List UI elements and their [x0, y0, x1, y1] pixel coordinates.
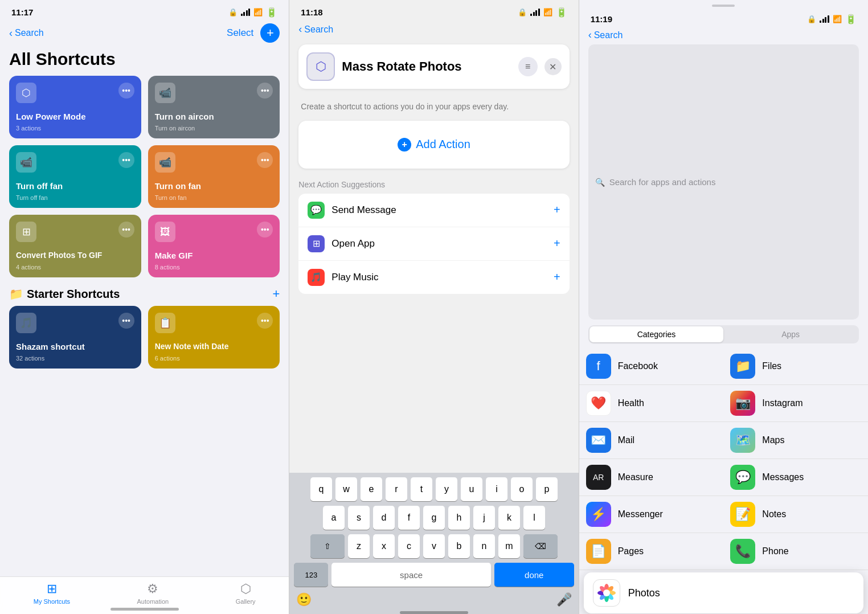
add-shortcut-button-1[interactable]: + [260, 23, 280, 43]
tab-categories[interactable]: Categories [589, 326, 724, 342]
shortcut-sub-3: Turn off fan [16, 194, 134, 201]
shortcut-menu-button-5[interactable]: ••• [118, 222, 134, 238]
shortcut-menu-shazam[interactable]: ••• [118, 313, 134, 329]
app-col-photos-highlighted[interactable]: Photos [584, 572, 863, 613]
add-action-card[interactable]: + Add Action [298, 121, 569, 169]
app-col-health[interactable]: ❤️ Health [579, 385, 724, 421]
key-j[interactable]: j [473, 506, 495, 530]
suggestion-send-message[interactable]: 💬 Send Message + [298, 194, 569, 227]
key-n[interactable]: n [473, 534, 495, 558]
key-w[interactable]: w [335, 477, 357, 501]
shortcut-name-input[interactable] [342, 59, 511, 74]
shortcut-menu-button-3[interactable]: ••• [118, 152, 134, 168]
key-c[interactable]: c [398, 534, 420, 558]
my-shortcuts-tab-icon: ⊞ [47, 582, 57, 596]
key-d[interactable]: d [373, 506, 395, 530]
key-m[interactable]: m [498, 534, 520, 558]
shortcut-menu-button[interactable]: ••• [118, 83, 134, 99]
key-i[interactable]: i [486, 477, 507, 501]
shortcut-icon: ⬡ [16, 83, 36, 103]
app-name-notes: Notes [762, 509, 786, 519]
tab-my-shortcuts[interactable]: ⊞ My Shortcuts [34, 582, 70, 605]
open-app-icon: ⊞ [308, 235, 325, 252]
shortcut-card-makegif[interactable]: 🖼 ••• Make GIF 8 actions [148, 215, 280, 277]
suggestion-play-music[interactable]: 🎵 Play Music + [298, 261, 569, 294]
key-k[interactable]: k [498, 506, 520, 530]
shortcut-header-icon[interactable]: ⬡ [306, 52, 335, 81]
key-v[interactable]: v [423, 534, 445, 558]
key-s[interactable]: s [348, 506, 370, 530]
back-search-1[interactable]: ‹ Search [9, 27, 44, 39]
app-row-4: AR Measure 💬 Messages [579, 459, 868, 496]
shortcut-card-low-power[interactable]: ⬡ ••• Low Power Mode 3 actions [9, 76, 141, 138]
app-col-phone[interactable]: 📞 Phone [723, 533, 868, 570]
key-u[interactable]: u [461, 477, 482, 501]
app-col-files[interactable]: 📁 Files [723, 348, 868, 384]
app-col-instagram[interactable]: 📷 Instagram [723, 385, 868, 421]
key-p[interactable]: p [536, 477, 558, 501]
back-search-2[interactable]: ‹ Search [298, 23, 333, 35]
key-b[interactable]: b [448, 534, 470, 558]
shortcut-menu-button-4[interactable]: ••• [257, 152, 273, 168]
key-z[interactable]: z [348, 534, 370, 558]
key-shift[interactable]: ⇧ [310, 534, 345, 558]
key-g[interactable]: g [423, 506, 445, 530]
shortcut-card-newnote[interactable]: 📋 ••• New Note with Date 6 actions [148, 306, 280, 369]
search-bar[interactable]: 🔍 Search for apps and actions [588, 44, 859, 320]
back-label-1: Search [15, 28, 44, 38]
key-done[interactable]: done [494, 563, 574, 587]
select-button-1[interactable]: Select [227, 27, 253, 39]
key-t[interactable]: t [411, 477, 432, 501]
add-action-label: Add Action [416, 138, 470, 151]
app-col-mail[interactable]: ✉️ Mail [579, 422, 724, 459]
suggestion-add-send[interactable]: + [554, 203, 560, 216]
key-x[interactable]: x [373, 534, 395, 558]
key-space[interactable]: space [331, 563, 491, 587]
chevron-left-icon-2: ‹ [298, 23, 302, 35]
app-name-files: Files [762, 361, 781, 371]
app-col-notes[interactable]: 📝 Notes [723, 496, 868, 533]
app-col-maps[interactable]: 🗺️ Maps [723, 422, 868, 459]
app-col-messenger[interactable]: ⚡ Messenger [579, 496, 724, 533]
app-col-messages[interactable]: 💬 Messages [723, 459, 868, 496]
key-y[interactable]: y [436, 477, 457, 501]
keyboard-row-2: a s d f g h j k l [292, 506, 576, 530]
shortcut-card-aircon[interactable]: 📹 ••• Turn on aircon Turn on aircon [148, 76, 280, 138]
suggestion-add-music[interactable]: + [554, 271, 560, 284]
shortcut-icon-6: 🖼 [155, 222, 175, 242]
key-123[interactable]: 123 [294, 563, 328, 587]
app-col-measure[interactable]: AR Measure [579, 459, 724, 496]
tab-gallery[interactable]: ⬡ Gallery [236, 582, 256, 605]
starter-add-button[interactable]: + [272, 286, 280, 301]
shortcut-menu-button-6[interactable]: ••• [257, 222, 273, 238]
shortcut-close-button[interactable]: ✕ [544, 58, 562, 75]
key-delete[interactable]: ⌫ [523, 534, 558, 558]
key-o[interactable]: o [511, 477, 533, 501]
shortcut-options-button[interactable]: ≡ [518, 57, 538, 76]
key-l[interactable]: l [523, 506, 545, 530]
suggestion-add-open[interactable]: + [554, 237, 560, 250]
shortcut-card-fan-on[interactable]: 📹 ••• Turn on fan Turn on fan [148, 145, 280, 208]
shortcut-menu-button-2[interactable]: ••• [257, 83, 273, 99]
shortcut-card-fan-off[interactable]: 📹 ••• Turn off fan Turn off fan [9, 145, 141, 208]
emoji-button[interactable]: 🙂 [296, 592, 312, 607]
key-f[interactable]: f [398, 506, 420, 530]
mic-button[interactable]: 🎤 [556, 592, 572, 607]
shortcut-menu-newnote[interactable]: ••• [257, 313, 273, 329]
key-r[interactable]: r [386, 477, 407, 501]
key-a[interactable]: a [323, 506, 345, 530]
time-3: 11:19 [591, 14, 612, 24]
app-row-1: f Facebook 📁 Files [579, 348, 868, 385]
app-col-facebook[interactable]: f Facebook [579, 348, 724, 384]
tab-automation[interactable]: ⚙ Automation [137, 582, 169, 605]
back-search-3[interactable]: ‹ Search [588, 29, 623, 41]
app-col-pages[interactable]: 📄 Pages [579, 533, 724, 570]
key-e[interactable]: e [361, 477, 382, 501]
suggestion-open-app[interactable]: ⊞ Open App + [298, 227, 569, 261]
shortcut-card-gif[interactable]: ⊞ ••• Convert Photos To GIF 4 actions [9, 215, 141, 277]
tab-apps[interactable]: Apps [723, 326, 858, 342]
key-q[interactable]: q [310, 477, 332, 501]
starter-section-header: 📁 Starter Shortcuts + [0, 277, 289, 306]
key-h[interactable]: h [448, 506, 470, 530]
shortcut-card-shazam[interactable]: 🎵 ••• Shazam shortcut 32 actions [9, 306, 141, 369]
